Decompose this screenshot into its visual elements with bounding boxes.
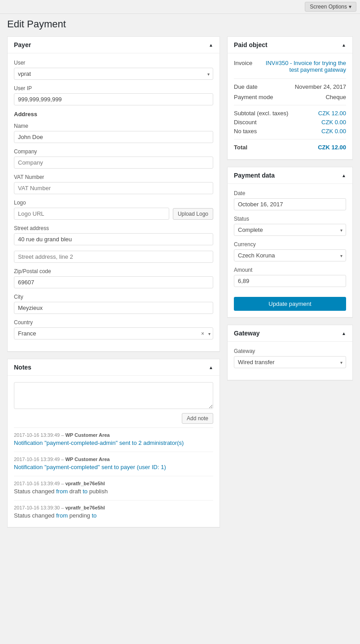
- discount-value: CZK 0.00: [321, 119, 346, 126]
- notes-textarea[interactable]: [14, 382, 213, 409]
- notes-panel-body: Add note 2017-10-16 13:39:49 – WP Custom…: [8, 376, 220, 527]
- zip-label: Zip/Postal code: [14, 268, 213, 274]
- total-label: Total: [234, 144, 247, 151]
- paid-object-panel-title: Paid object: [234, 41, 268, 48]
- name-input[interactable]: [14, 131, 213, 143]
- gateway-panel: Gateway ▲ Gateway Wired transfer PayPal …: [227, 325, 353, 380]
- note-author-2: WP Customer Area: [65, 457, 110, 462]
- payer-panel: Payer ▲ User vprat ▾ User IP: [7, 36, 220, 352]
- note-text-1: Notification "payment-completed-admin" s…: [14, 439, 213, 446]
- note-from-3: from: [56, 488, 68, 495]
- screen-options-label: Screen Options: [310, 4, 347, 10]
- note-entry-4: 2017-10-16 13:39:30 – vpratfr_be76e5hl S…: [14, 500, 213, 521]
- country-select[interactable]: France: [14, 327, 213, 339]
- amount-label: Amount: [234, 267, 346, 273]
- due-date-label: Due date: [234, 83, 258, 90]
- note-from-4: from: [56, 512, 68, 519]
- subtotal-label: Subtotal (excl. taxes): [234, 110, 288, 117]
- no-taxes-value: CZK 0.00: [321, 128, 346, 135]
- payment-data-collapse-icon[interactable]: ▲: [342, 173, 346, 178]
- note-to-3: to: [83, 488, 88, 495]
- add-note-row: Add note: [14, 413, 213, 424]
- company-input[interactable]: [14, 157, 213, 169]
- vat-input[interactable]: [14, 182, 213, 194]
- address-section-label-group: Address: [14, 111, 213, 117]
- add-note-button[interactable]: Add note: [182, 413, 213, 424]
- note-text-2: Notification "payment-completed" sent to…: [14, 464, 213, 470]
- payer-collapse-icon[interactable]: ▲: [209, 43, 213, 48]
- vat-field-group: VAT Number: [14, 174, 213, 194]
- note-entry-1: 2017-10-16 13:39:49 – WP Customer Area N…: [14, 427, 213, 448]
- payment-mode-value: Cheque: [325, 94, 346, 100]
- gateway-collapse-icon[interactable]: ▲: [342, 331, 346, 336]
- notes-panel: Notes ▲ Add note 2017-10-16 13:39:49 – W…: [7, 359, 220, 527]
- total-value: CZK 12.00: [318, 144, 346, 151]
- left-column: Payer ▲ User vprat ▾ User IP: [7, 36, 220, 527]
- note-author-3: vpratfr_be76e5hl: [65, 481, 105, 486]
- note-entry-2: 2017-10-16 13:39:49 – WP Customer Area N…: [14, 452, 213, 472]
- logo-url-input[interactable]: [14, 208, 169, 220]
- user-select[interactable]: vprat: [14, 68, 213, 80]
- payment-data-panel-title: Payment data: [234, 172, 275, 179]
- note-date-3: 2017-10-16 13:39:49: [14, 481, 60, 486]
- notes-panel-header: Notes ▲: [8, 359, 220, 376]
- gateway-select[interactable]: Wired transfer PayPal Stripe: [234, 356, 346, 368]
- city-field-group: City: [14, 294, 213, 314]
- note-date-1: 2017-10-16 13:39:49: [14, 432, 60, 438]
- note-author-4: vpratfr_be76e5hl: [65, 505, 105, 510]
- currency-field-group: Currency Czech Koruna USD EUR ▾: [234, 241, 346, 261]
- discount-row: Discount CZK 0.00: [234, 119, 346, 126]
- payment-mode-row: Payment mode Cheque: [234, 94, 346, 100]
- note-meta-2: 2017-10-16 13:39:49 – WP Customer Area: [14, 457, 213, 462]
- note-entry-3: 2017-10-16 13:39:49 – vpratfr_be76e5hl S…: [14, 476, 213, 496]
- user-label: User: [14, 60, 213, 66]
- logo-label: Logo: [14, 200, 213, 206]
- page-title: Edit Payment: [0, 14, 360, 36]
- zip-input[interactable]: [14, 276, 213, 288]
- user-ip-input[interactable]: [14, 93, 213, 105]
- amount-input[interactable]: [234, 275, 346, 287]
- invoice-link[interactable]: INV#350 - Invoice for trying the test pa…: [265, 60, 346, 73]
- street2-field-group: [14, 251, 213, 263]
- paid-object-collapse-icon[interactable]: ▲: [342, 43, 346, 48]
- paid-object-panel: Paid object ▲ Invoice INV#350 - Invoice …: [227, 36, 353, 160]
- notes-panel-title: Notes: [14, 364, 31, 371]
- street-input[interactable]: [14, 233, 213, 245]
- gateway-panel-header: Gateway ▲: [228, 325, 352, 342]
- date-input[interactable]: [234, 198, 346, 210]
- paid-object-panel-header: Paid object ▲: [228, 37, 352, 53]
- upload-logo-button[interactable]: Upload Logo: [173, 208, 213, 220]
- update-payment-button[interactable]: Update payment: [234, 297, 346, 311]
- note-text-4: Status changed from pending to: [14, 512, 213, 519]
- logo-field-group: Logo Upload Logo: [14, 200, 213, 220]
- country-select-wrapper: France × ▾: [14, 327, 213, 339]
- discount-label: Discount: [234, 119, 257, 126]
- name-field-group: Name: [14, 123, 213, 143]
- subtotal-value: CZK 12.00: [318, 110, 346, 117]
- payment-data-panel-header: Payment data ▲: [228, 167, 352, 184]
- notes-collapse-icon[interactable]: ▲: [209, 365, 213, 370]
- note-text-3: Status changed from draft to publish: [14, 488, 213, 495]
- amount-field-group: Amount: [234, 267, 346, 287]
- screen-options-chevron: ▾: [349, 4, 351, 10]
- country-label: Country: [14, 319, 213, 326]
- gateway-panel-body: Gateway Wired transfer PayPal Stripe ▾: [228, 342, 352, 380]
- city-input[interactable]: [14, 302, 213, 314]
- status-select[interactable]: Complete Pending Failed Draft: [234, 224, 346, 236]
- note-meta-4: 2017-10-16 13:39:30 – vpratfr_be76e5hl: [14, 505, 213, 510]
- total-row: Total CZK 12.00: [234, 144, 346, 151]
- screen-options-button[interactable]: Screen Options ▾: [305, 2, 356, 12]
- payer-panel-body: User vprat ▾ User IP Address: [8, 53, 220, 351]
- no-taxes-row: No taxes CZK 0.00: [234, 128, 346, 135]
- city-label: City: [14, 294, 213, 300]
- note-link-1: Notification "payment-completed-admin" s…: [14, 439, 184, 446]
- gateway-field-group: Gateway Wired transfer PayPal Stripe ▾: [234, 348, 346, 368]
- payer-panel-title: Payer: [14, 41, 31, 48]
- currency-select[interactable]: Czech Koruna USD EUR: [234, 249, 346, 261]
- payment-data-panel-body: Date Status Complete Pending Failed Draf…: [228, 184, 352, 317]
- street-label: Street address: [14, 225, 213, 231]
- street2-input[interactable]: [14, 251, 213, 263]
- status-label: Status: [234, 216, 346, 222]
- note-date-4: 2017-10-16 13:39:30: [14, 505, 60, 510]
- note-author-1: WP Customer Area: [65, 432, 110, 438]
